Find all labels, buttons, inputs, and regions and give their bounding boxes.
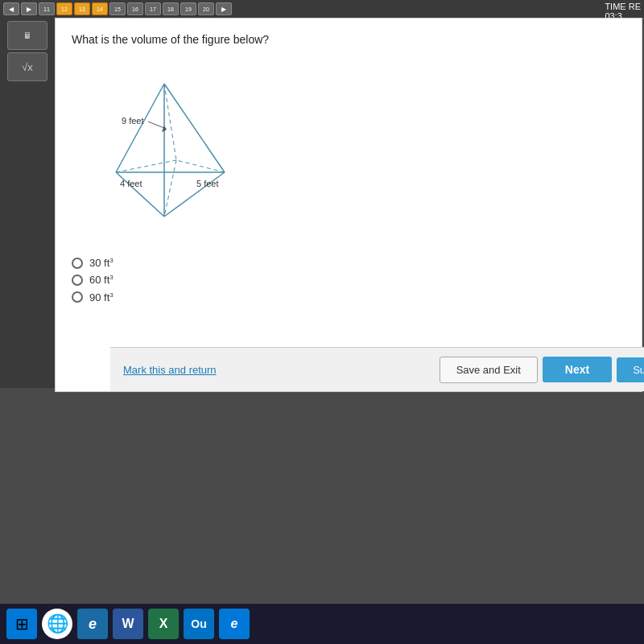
mark-return-link[interactable]: Mark this and return — [123, 364, 217, 376]
answer-label-1: 30 ft3 — [89, 257, 114, 269]
formula-button[interactable]: √x — [7, 52, 47, 81]
question-18[interactable]: 18 — [163, 2, 179, 15]
next-page-button[interactable]: ▶ — [216, 2, 232, 15]
outlook-icon[interactable]: Ou — [184, 609, 214, 639]
quiz-bottom-bar: Mark this and return Save and Exit Next … — [110, 347, 644, 391]
action-buttons: Save and Exit Next Subm... — [440, 357, 644, 383]
question-20[interactable]: 20 — [198, 2, 214, 15]
svg-line-9 — [164, 160, 176, 217]
answer-option-1[interactable]: 30 ft3 — [72, 257, 625, 269]
answer-option-3[interactable]: 90 ft3 — [72, 291, 625, 303]
svg-line-11 — [148, 122, 164, 128]
radio-1[interactable] — [72, 258, 83, 269]
svg-line-1 — [164, 84, 225, 172]
figure-area: 9 feet 4 feet 5 feet — [72, 56, 281, 249]
svg-line-7 — [116, 160, 176, 172]
submit-button[interactable]: Subm... — [617, 357, 644, 382]
edge-icon[interactable]: e — [219, 609, 250, 639]
next-button[interactable]: Next — [543, 357, 612, 382]
answer-label-2: 60 ft3 — [89, 274, 114, 286]
question-13[interactable]: 13 — [74, 2, 90, 15]
excel-icon[interactable]: X — [148, 609, 179, 639]
answers-container: 30 ft3 60 ft3 90 ft3 — [72, 257, 625, 303]
forward-button[interactable]: ▶ — [21, 2, 37, 15]
svg-line-0 — [116, 84, 164, 172]
question-text: What is the volume of the figure below? — [72, 33, 625, 46]
ie-icon[interactable]: e — [77, 609, 108, 639]
question-15[interactable]: 15 — [109, 2, 126, 15]
save-exit-button[interactable]: Save and Exit — [440, 357, 538, 383]
chrome-icon[interactable]: 🌐 — [42, 609, 72, 639]
word-icon[interactable]: W — [113, 609, 143, 639]
question-12[interactable]: 12 — [56, 2, 72, 15]
left-panel: 🖩 √x — [0, 18, 55, 388]
quiz-content: What is the volume of the figure below? — [56, 19, 642, 343]
svg-line-6 — [164, 84, 176, 160]
radio-2[interactable] — [72, 275, 83, 286]
answer-label-3: 90 ft3 — [89, 291, 114, 303]
figure-svg: 9 feet 4 feet 5 feet — [72, 56, 265, 241]
taskbar: ⊞ 🌐 e W X Ou e — [0, 604, 644, 644]
question-11[interactable]: 11 — [39, 2, 55, 15]
back-button[interactable]: ◀ — [3, 2, 19, 15]
question-14[interactable]: 14 — [92, 2, 108, 15]
desktop: ◀ ▶ 11 12 13 14 15 16 17 18 19 20 ▶ TIME… — [0, 0, 644, 644]
question-16[interactable]: 16 — [127, 2, 143, 15]
radio-3[interactable] — [72, 291, 83, 303]
svg-text:4 feet: 4 feet — [120, 179, 142, 188]
quiz-window: What is the volume of the figure below? — [55, 18, 642, 392]
top-toolbar: ◀ ▶ 11 12 13 14 15 16 17 18 19 20 ▶ TIME… — [0, 0, 644, 18]
calculator-button[interactable]: 🖩 — [7, 21, 47, 50]
windows-start-button[interactable]: ⊞ — [6, 609, 37, 639]
question-19[interactable]: 19 — [180, 2, 196, 15]
svg-text:5 feet: 5 feet — [196, 179, 219, 188]
svg-text:9 feet: 9 feet — [122, 116, 144, 126]
question-17[interactable]: 17 — [145, 2, 161, 15]
answer-option-2[interactable]: 60 ft3 — [72, 274, 625, 286]
